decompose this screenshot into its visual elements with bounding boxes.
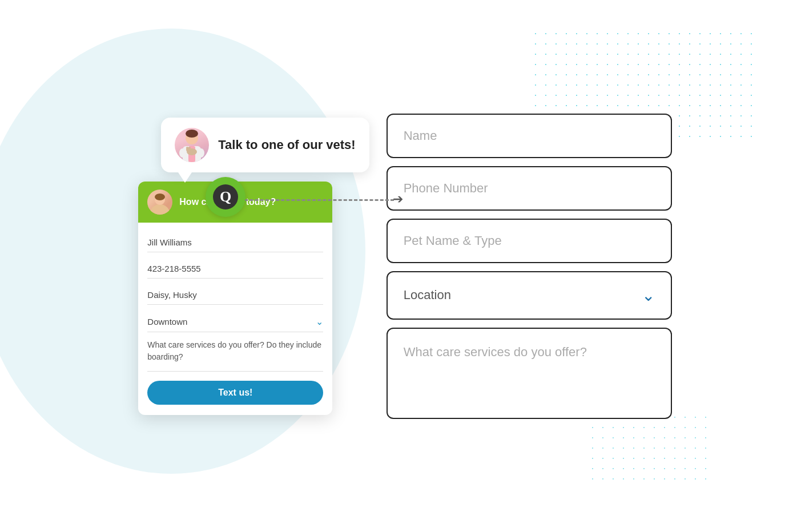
svg-point-8 [186,147,188,149]
svg-point-4 [179,148,186,158]
chat-location-value: Downtown [147,317,187,327]
chat-panel: Talk to one of our vets! How can I help … [138,118,369,415]
svg-point-12 [155,194,165,200]
chat-name-field[interactable] [147,233,323,252]
chat-widget: How can I help today? Downtown ⌄ What ca… [138,182,332,415]
user-avatar-illustration [147,190,172,215]
vet-illustration [175,128,209,162]
dashed-line [234,199,394,201]
svg-point-1 [186,130,198,138]
location-chevron-down-icon: ⌄ [642,286,655,305]
svg-point-5 [198,148,204,158]
svg-point-10 [150,204,170,215]
speech-bubble: Talk to one of our vets! [161,118,369,172]
bubble-text: Talk to one of our vets! [218,138,355,152]
chat-pet-field[interactable] [147,285,323,305]
form-pet-placeholder: Pet Name & Type [404,233,502,248]
form-phone-field[interactable]: Phone Number [387,166,672,211]
dot-pattern-bottom-right [587,412,713,486]
chat-phone-field[interactable] [147,259,323,279]
chat-question-text: What care services do you offer? Do they… [147,339,323,372]
form-phone-placeholder: Phone Number [404,181,488,196]
vet-avatar [175,128,209,162]
form-location-dropdown[interactable]: Location ⌄ [387,271,672,320]
form-name-field[interactable]: Name [387,114,672,158]
main-scene: Talk to one of our vets! How can I help … [0,0,793,532]
text-us-button[interactable]: Text us! [147,381,323,405]
chat-body: Downtown ⌄ What care services do you off… [138,223,332,415]
svg-point-9 [188,147,191,149]
chat-location-dropdown[interactable]: Downtown ⌄ [147,312,323,332]
qsms-logo-bubble: Q [206,177,245,217]
arrow-head-icon: ➔ [393,192,403,207]
chevron-down-icon: ⌄ [316,316,323,327]
dashed-arrow: ➔ [234,193,403,207]
qsms-icon: Q [213,184,238,209]
qsms-q-letter: Q [220,190,231,204]
user-avatar [147,190,172,215]
form-pet-field[interactable]: Pet Name & Type [387,219,672,263]
form-location-label: Location [404,288,451,303]
form-question-field[interactable]: What care services do you offer? [387,328,672,419]
form-panel: Name Phone Number Pet Name & Type Locati… [387,114,672,419]
form-name-placeholder: Name [404,128,437,143]
form-question-text: What care services do you offer? [404,345,587,360]
